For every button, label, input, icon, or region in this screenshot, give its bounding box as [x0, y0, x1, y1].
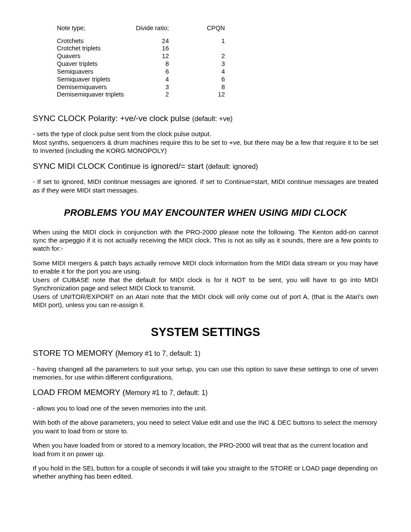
- cell-note: Quavers: [57, 53, 130, 60]
- cell-note: Demisemiquavers: [57, 84, 130, 91]
- heading-default: Memory #1 to 7, default: 1): [125, 389, 208, 396]
- para-load-3: When you have loaded from or stored to a…: [33, 441, 378, 458]
- table-row: Crotchet triplets16: [57, 45, 378, 53]
- cell-cpqn: 2: [169, 53, 225, 60]
- cell-divide: 2: [130, 91, 169, 99]
- table-row: Quaver triplets83: [57, 60, 378, 68]
- para-sync-clock-1: - sets the type of clock pulse sent from…: [33, 130, 378, 138]
- heading-main: SYNC CLOCK Polarity: +ve/-ve clock pulse: [33, 114, 192, 123]
- para-load-1: - allows you to load one of the seven me…: [33, 404, 378, 412]
- heading-main: LOAD FROM MEMORY (: [33, 388, 125, 397]
- heading-main: SYNC MIDI CLOCK Continue is ignored/= st…: [33, 162, 206, 171]
- cell-divide: 4: [130, 76, 169, 84]
- para-sync-clock-2: Most synths, sequencers & drum machines …: [33, 138, 378, 155]
- table-header-row: Note type; Divide ratio; CPQN: [57, 24, 378, 32]
- cell-note: Semiquaver triplets: [57, 76, 130, 84]
- heading-system-settings: SYSTEM SETTINGS: [33, 325, 378, 340]
- col-header-cpqn: CPQN: [169, 24, 225, 32]
- table-row: Semiquavers64: [57, 68, 378, 76]
- heading-load-from-memory: LOAD FROM MEMORY (Memory #1 to 7, defaul…: [33, 387, 378, 398]
- para-sync-midi-1: - If set to ignored, MIDI continue messa…: [33, 177, 378, 194]
- cell-note: Demisemiquaver triplets: [57, 91, 130, 99]
- para-problems-4: Users of UNITOR/EXPORT on an Atari note …: [33, 292, 378, 309]
- cell-note: Semiquavers: [57, 68, 130, 76]
- cell-cpqn: 4: [169, 68, 225, 76]
- heading-main: STORE TO MEMORY (: [33, 348, 118, 358]
- cell-note: Crotchet triplets: [57, 45, 130, 53]
- para-store-1: - having changed all the parameters to s…: [33, 365, 378, 382]
- cell-divide: 6: [130, 68, 169, 76]
- table-row: Semiquaver triplets46: [57, 76, 378, 84]
- heading-store-to-memory: STORE TO MEMORY (Memory #1 to 7, default…: [33, 348, 378, 358]
- cell-divide: 24: [130, 37, 169, 45]
- cell-cpqn: [169, 45, 225, 53]
- cell-divide: 3: [130, 84, 169, 91]
- heading-default: Memory #1 to 7, default: 1): [118, 350, 200, 357]
- cell-divide: 16: [130, 45, 169, 53]
- table-row: Crotchets241: [57, 37, 378, 45]
- para-problems-1: When using the MIDI clock in conjunction…: [33, 228, 378, 253]
- table-row: Demisemiquavers38: [57, 84, 378, 91]
- cell-cpqn: 6: [169, 76, 225, 84]
- note-type-table: Note type; Divide ratio; CPQN Crotchets2…: [57, 24, 378, 99]
- heading-sync-clock-polarity: SYNC CLOCK Polarity: +ve/-ve clock pulse…: [33, 113, 378, 124]
- table-row: Quavers122: [57, 53, 378, 60]
- cell-cpqn: 1: [169, 37, 225, 45]
- para-load-4: If you hold in the SEL button for a coup…: [33, 464, 378, 481]
- cell-note: Crotchets: [57, 37, 130, 45]
- cell-divide: 8: [130, 60, 169, 68]
- cell-cpqn: 8: [169, 84, 225, 91]
- cell-cpqn: 3: [169, 60, 225, 68]
- heading-default: (default: +ve): [192, 115, 233, 122]
- col-header-divide: Divide ratio;: [130, 24, 169, 32]
- cell-divide: 12: [130, 53, 169, 60]
- cell-cpqn: 12: [169, 91, 225, 99]
- para-load-2: With both of the above parameters, you n…: [33, 418, 378, 435]
- heading-default: (default: ignored): [206, 163, 258, 170]
- table-row: Demisemiquaver triplets212: [57, 91, 378, 99]
- para-problems-3: Users of CUBASE note that the default fo…: [33, 276, 378, 292]
- para-problems-2: Some MIDI mergers & patch bays actually …: [33, 259, 378, 276]
- heading-sync-midi-clock: SYNC MIDI CLOCK Continue is ignored/= st…: [33, 161, 378, 171]
- heading-problems: PROBLEMS YOU MAY ENCOUNTER WHEN USING MI…: [33, 207, 378, 219]
- cell-note: Quaver triplets: [57, 60, 130, 68]
- col-header-note: Note type;: [57, 24, 130, 32]
